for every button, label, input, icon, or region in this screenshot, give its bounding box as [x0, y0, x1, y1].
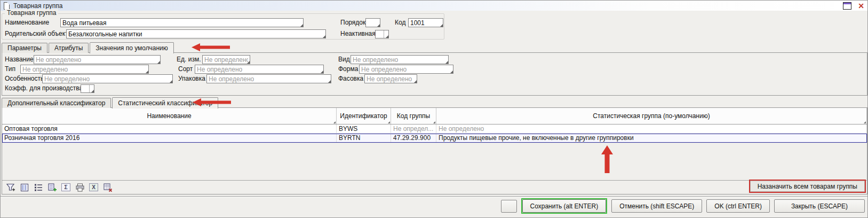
parent-object-field-wrap	[66, 29, 326, 38]
print-icon[interactable]	[75, 182, 85, 192]
filter-icon[interactable]	[5, 182, 15, 192]
order-field-wrap	[365, 18, 380, 27]
name-label: Наименование	[5, 18, 49, 27]
field-wrap	[195, 65, 324, 74]
tab-statistical-classifier[interactable]: Статистический классификатор	[112, 97, 218, 108]
upakovka-input[interactable]	[207, 75, 331, 83]
close-button[interactable]: ✕	[858, 2, 864, 10]
cell-identifier: BYWS	[337, 124, 391, 133]
field-wrap	[359, 65, 453, 74]
main-tabbar: Параметры Атрибуты Значения по умолчанию	[2, 42, 175, 53]
refresh-button[interactable]	[501, 200, 517, 213]
cell-name: Розничная торговля 2016	[2, 134, 337, 143]
fieldset-label: Товарная группа	[5, 9, 58, 17]
field-label: Ед. изм.	[177, 55, 201, 64]
annotation-arrow-default-values-tab	[192, 43, 230, 51]
fasovka-input[interactable]	[365, 75, 417, 83]
product-group-window: Товарная группа ✕ Товарная группа Наимен…	[0, 0, 868, 218]
title-bar: Товарная группа ✕	[1, 1, 867, 11]
classifier-tabbar: Дополнительный классификатор Статистичес…	[2, 97, 219, 108]
export-excel-icon[interactable]: X	[89, 182, 99, 192]
tip-input[interactable]	[21, 65, 148, 73]
field-label: Вид	[338, 55, 350, 64]
assign-all-products-button[interactable]: Назаначить всем товарам группы	[750, 181, 865, 192]
statistical-classifier-panel: Наименование Идентификатор Код группы Ст…	[2, 107, 867, 194]
field-wrap	[202, 55, 250, 64]
save-button[interactable]: Сохранить (alt ENTER)	[522, 199, 607, 213]
inactive-label: Неактивная	[340, 29, 376, 38]
assign-button-highlight: Назаначить всем товарам группы	[749, 180, 866, 193]
table-header: Наименование Идентификатор Код группы Ст…	[2, 108, 867, 124]
coeff-checkbox[interactable]	[81, 84, 94, 93]
cell-name: Оптовая торговля	[2, 124, 337, 133]
tab-additional-classifier[interactable]: Дополнительный классификатор	[2, 98, 111, 108]
field-label: Тип	[5, 65, 15, 74]
tab-parameters[interactable]: Параметры	[2, 43, 47, 53]
sort-input[interactable]	[195, 65, 323, 73]
name-input[interactable]	[61, 19, 303, 27]
window-title: Товарная группа	[13, 2, 62, 10]
code-field-wrap	[408, 18, 443, 27]
field-label: Сорт	[178, 65, 193, 74]
cell-stat-group: Продукты пищевые прочие, не включенные в…	[436, 134, 867, 143]
cell-stat-group: Не определено	[436, 124, 867, 133]
field-wrap	[34, 55, 161, 64]
footer-buttons: Сохранить (alt ENTER) Отменить (shift ES…	[501, 198, 865, 214]
field-wrap	[42, 74, 173, 83]
column-header-group-code[interactable]: Код группы	[391, 108, 436, 124]
cell-group-code: 47.29.29.900	[391, 134, 436, 143]
cell-identifier: BYRTN	[337, 134, 391, 143]
field-label: Упаковка	[178, 74, 205, 83]
column-header-stat-group[interactable]: Статистическая группа (по-умолчанию)	[436, 108, 867, 124]
remove-columns-icon[interactable]	[102, 182, 113, 192]
field-label: Особенность	[5, 74, 44, 83]
maximize-button[interactable]	[843, 2, 851, 10]
forma-input[interactable]	[360, 65, 453, 73]
name-field-wrap	[60, 18, 304, 27]
column-header-identifier[interactable]: Идентификатор	[337, 108, 391, 124]
save-button-highlight: Сохранить (alt ENTER)	[521, 198, 608, 214]
inactive-checkbox[interactable]	[375, 30, 389, 38]
cancel-button[interactable]: Отменить (shift ESCAPE)	[611, 199, 702, 213]
field-wrap	[364, 74, 417, 83]
parent-object-input[interactable]	[67, 30, 325, 38]
column-header-name[interactable]: Наименование	[2, 108, 337, 124]
nazvanie-input[interactable]	[34, 56, 160, 64]
cell-group-code: Не определ...	[391, 124, 436, 133]
close-window-button[interactable]: Закрыть (ESCAPE)	[774, 199, 865, 213]
columns-icon[interactable]	[19, 182, 29, 192]
osobennost-input[interactable]	[43, 75, 172, 83]
ed-izm-input[interactable]	[203, 56, 250, 64]
field-label: Фасовка	[338, 74, 363, 83]
footer-separator	[1, 196, 867, 197]
grid-toolbar: Σ X Назаначить всем товарам группы	[2, 180, 867, 194]
tab-default-values[interactable]: Значения по умолчанию	[90, 42, 173, 53]
field-wrap	[20, 65, 149, 74]
field-wrap	[206, 74, 331, 83]
field-label: Название	[5, 55, 34, 64]
field-label: Форма	[338, 65, 358, 74]
ok-button[interactable]: OK (ctrl ENTER)	[706, 199, 770, 213]
table-row-selected[interactable]: Розничная торговля 2016 BYRTN 47.29.29.9…	[2, 134, 867, 143]
tab-attributes[interactable]: Атрибуты	[49, 43, 89, 53]
code-input[interactable]	[409, 19, 443, 27]
order-input[interactable]	[366, 19, 380, 27]
field-wrap	[351, 55, 449, 64]
order-label: Порядок	[340, 18, 365, 27]
code-label: Код	[395, 18, 405, 27]
vid-input[interactable]	[351, 56, 448, 64]
table-row[interactable]: Оптовая торговля BYWS Не определ... Не о…	[2, 124, 867, 134]
calculator-add-icon[interactable]	[47, 182, 57, 192]
parent-object-label: Родительский объект	[5, 29, 68, 38]
document-icon	[4, 2, 10, 10]
coeff-label: Коэфф. для производства	[5, 84, 83, 93]
sum-icon[interactable]: Σ	[61, 182, 71, 192]
numbered-list-icon[interactable]	[33, 182, 43, 192]
